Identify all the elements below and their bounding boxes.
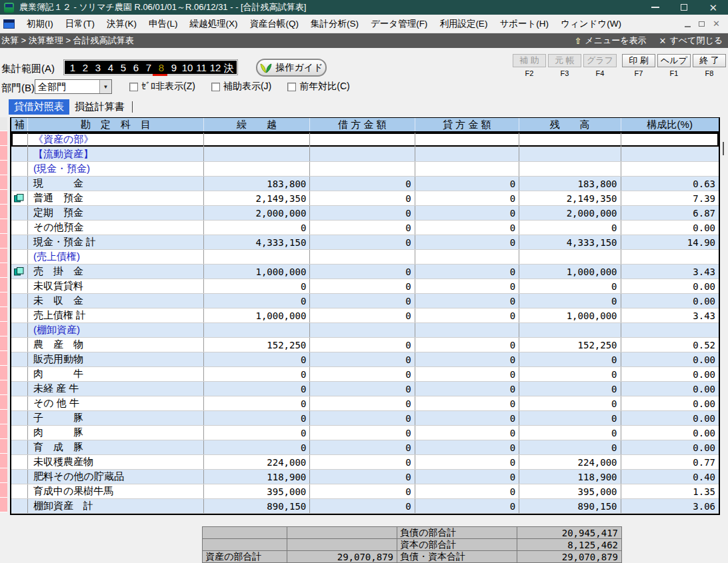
show-menu-arrow-icon[interactable]: ⇧ bbox=[574, 36, 581, 46]
table-row[interactable]: (現金・預金) bbox=[11, 162, 719, 177]
table-row[interactable]: その 他 牛00000.00 bbox=[11, 396, 719, 411]
mdi-minimize-icon[interactable] bbox=[685, 26, 691, 27]
menu-item[interactable]: 初期(I) bbox=[21, 18, 59, 30]
month-3[interactable]: 3 bbox=[92, 63, 105, 73]
row-marker bbox=[0, 175, 7, 190]
account-name: 棚卸資産 計 bbox=[28, 499, 204, 513]
month-4[interactable]: 4 bbox=[105, 63, 117, 73]
account-name: 育成中の果樹牛馬 bbox=[28, 484, 204, 498]
table-row[interactable]: 売上債権 計1,000,000001,000,0003.43 bbox=[11, 308, 719, 323]
tab-balance-sheet[interactable]: 貸借対照表 bbox=[9, 99, 69, 115]
breadcrumb: 決算 > 決算整理 > 合計残高試算表 bbox=[0, 35, 134, 47]
account-name: (棚卸資産) bbox=[28, 323, 204, 337]
table-row[interactable]: 農 産 物152,25000152,2500.52 bbox=[11, 338, 719, 352]
hojo-cell bbox=[11, 382, 28, 396]
fn-button-f7[interactable]: 印 刷 bbox=[622, 54, 655, 67]
mdi-close-icon[interactable]: ✕ bbox=[713, 19, 720, 28]
close-icon[interactable]: ✕ bbox=[709, 3, 717, 13]
month-10[interactable]: 10 bbox=[181, 63, 195, 73]
mdi-restore-icon[interactable] bbox=[699, 21, 705, 27]
tab-profit-loss[interactable]: 損益計算書 bbox=[69, 99, 130, 115]
table-row[interactable]: 現 金183,80000183,8000.63 bbox=[11, 177, 719, 191]
minimize-icon[interactable] bbox=[651, 7, 659, 8]
table-row[interactable]: 《資産の部》 bbox=[11, 133, 719, 147]
close-all-button[interactable]: すべて閉じる bbox=[669, 35, 723, 47]
fn-button-f1[interactable]: ヘルプ bbox=[657, 54, 691, 67]
scrollbar-thumb[interactable] bbox=[723, 142, 724, 155]
account-name: 肥料その他の貯蔵品 bbox=[28, 470, 204, 484]
month-2[interactable]: 2 bbox=[79, 63, 92, 73]
row-marker bbox=[0, 454, 7, 468]
fn-button-f8[interactable]: 終 了 bbox=[693, 54, 726, 67]
carryover-cell: 0 bbox=[204, 426, 310, 440]
table-row[interactable]: 未 収 金00000.00 bbox=[11, 294, 719, 308]
month-12[interactable]: 12 bbox=[209, 63, 223, 73]
table-row[interactable]: 定期 預金2,000,000002,000,0006.87 bbox=[11, 206, 719, 221]
table-row[interactable]: その他預金00000.00 bbox=[11, 221, 719, 235]
summary-row: 資産の部合計29,070,879負債・資本合計29,070,879 bbox=[203, 551, 622, 563]
menu-item[interactable]: 繰越処理(X) bbox=[184, 18, 244, 30]
table-row[interactable]: (棚卸資産) bbox=[11, 323, 719, 338]
month-5[interactable]: 5 bbox=[117, 63, 130, 73]
table-row[interactable]: 肥料その他の貯蔵品118,90000118,9000.40 bbox=[11, 470, 719, 484]
ratio-cell bbox=[621, 323, 719, 337]
table-row[interactable]: 【流動資産】 bbox=[11, 147, 719, 162]
month-1[interactable]: 1 bbox=[67, 63, 79, 73]
chevron-down-icon[interactable]: ▼ bbox=[99, 80, 111, 93]
checkbox-box[interactable] bbox=[129, 83, 138, 91]
department-select[interactable]: 全部門 ▼ bbox=[35, 79, 112, 94]
ratio-cell: 3.43 bbox=[621, 308, 719, 322]
table-row[interactable]: 売 掛 金1,000,000001,000,0003.43 bbox=[11, 265, 719, 279]
month-9[interactable]: 9 bbox=[168, 63, 181, 73]
month-8[interactable]: 8 bbox=[155, 63, 168, 73]
table-row[interactable]: 棚卸資産 計890,15000890,1503.06 bbox=[11, 499, 719, 514]
table-row[interactable]: 肉 豚00000.00 bbox=[11, 426, 719, 440]
table-row[interactable]: 未収賃貸料00000.00 bbox=[11, 279, 719, 294]
checkbox-box[interactable] bbox=[287, 83, 296, 91]
table-row[interactable]: 未収穫農産物224,00000224,0000.77 bbox=[11, 455, 719, 470]
table-row[interactable]: 未経 産 牛00000.00 bbox=[11, 382, 719, 396]
document-window-icon[interactable] bbox=[3, 19, 15, 29]
show-menu-button[interactable]: メニューを表示 bbox=[585, 35, 646, 47]
checkbox-box[interactable] bbox=[211, 83, 220, 91]
account-name: その 他 牛 bbox=[28, 396, 204, 410]
table-row[interactable]: 育成中の果樹牛馬395,00000395,0001.35 bbox=[11, 484, 719, 499]
maximize-icon[interactable] bbox=[681, 4, 687, 11]
month-range-bar[interactable]: 123456789101112決 bbox=[63, 59, 238, 75]
menu-item[interactable]: 決算(K) bbox=[101, 18, 143, 30]
month-決[interactable]: 決 bbox=[223, 63, 235, 73]
hojo-cell bbox=[11, 250, 28, 264]
filter-checkbox[interactable]: 補助表示(J) bbox=[211, 81, 271, 93]
ratio-cell bbox=[621, 250, 719, 264]
menu-item[interactable]: 資産台帳(Q) bbox=[244, 18, 305, 30]
credit-cell bbox=[415, 162, 519, 176]
table-row[interactable]: 普通 預金2,149,350002,149,3507.39 bbox=[11, 191, 719, 206]
debit-cell: 0 bbox=[310, 382, 415, 396]
close-all-icon[interactable]: ✕ bbox=[659, 36, 667, 46]
table-row[interactable]: 子 豚00000.00 bbox=[11, 411, 719, 426]
ratio-cell: 0.00 bbox=[621, 396, 719, 410]
menu-item[interactable]: 集計分析(S) bbox=[305, 18, 365, 30]
menu-item[interactable]: 日常(T) bbox=[59, 18, 101, 30]
menu-item[interactable]: サポート(H) bbox=[493, 18, 555, 30]
month-11[interactable]: 11 bbox=[195, 63, 209, 73]
checkbox-label: ｾﾞﾛ非表示(Z) bbox=[141, 81, 195, 93]
operation-guide-button[interactable]: 操作ガイド bbox=[256, 59, 327, 77]
debit-cell: 0 bbox=[310, 294, 415, 308]
filter-checkbox[interactable]: ｾﾞﾛ非表示(Z) bbox=[129, 81, 195, 93]
filter-checkbox[interactable]: 前年対比(C) bbox=[287, 81, 349, 93]
menu-item[interactable]: 利用設定(E) bbox=[433, 18, 493, 30]
table-row[interactable]: (売上債権) bbox=[11, 250, 719, 265]
menu-item[interactable]: データ管理(F) bbox=[365, 18, 433, 30]
month-7[interactable]: 7 bbox=[143, 63, 155, 73]
table-row[interactable]: 販売用動物00000.00 bbox=[11, 352, 719, 367]
table-row[interactable]: 育 成 豚00000.00 bbox=[11, 440, 719, 455]
table-row[interactable]: 肉 牛00000.00 bbox=[11, 367, 719, 382]
row-marker bbox=[0, 263, 7, 278]
menu-item[interactable]: 申告(L) bbox=[143, 18, 184, 30]
table-row[interactable]: 現金・預金 計4,333,150004,333,15014.90 bbox=[11, 235, 719, 250]
menu-item[interactable]: ウィンドウ(W) bbox=[555, 18, 627, 30]
credit-cell: 0 bbox=[415, 367, 519, 381]
debit-cell: 0 bbox=[310, 367, 415, 381]
month-6[interactable]: 6 bbox=[130, 63, 143, 73]
